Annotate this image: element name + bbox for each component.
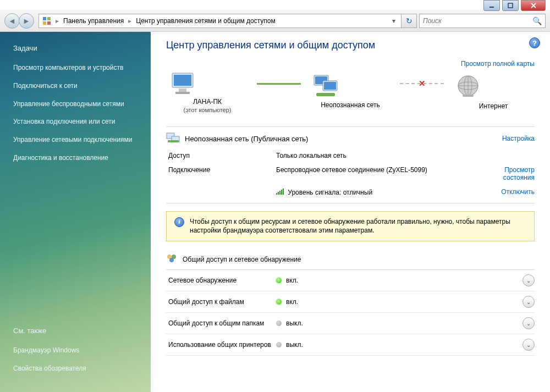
svg-rect-14 bbox=[316, 93, 335, 96]
status-led-icon bbox=[276, 278, 282, 283]
expand-button[interactable]: ⌄ bbox=[522, 274, 535, 286]
status-led-icon bbox=[276, 299, 282, 305]
node-this-pc: ЛАНА-ПК (этот компьютер) bbox=[169, 71, 246, 113]
sharing-row-status: вкл. bbox=[276, 277, 522, 284]
connection-value: Беспроводное сетевое соединение (ZyXEL-5… bbox=[276, 166, 480, 174]
connector-broken bbox=[400, 83, 444, 84]
access-label: Доступ bbox=[166, 152, 276, 159]
svg-rect-7 bbox=[174, 75, 191, 86]
status-led-icon bbox=[276, 321, 282, 326]
sidebar-item-manage-conn[interactable]: Управление сетевыми подключениями bbox=[0, 131, 151, 149]
svg-rect-2 bbox=[43, 17, 46, 20]
info-banner-text: Чтобы доступ к общим ресурсам и сетевое … bbox=[190, 217, 526, 236]
breadcrumb-sep: ▸ bbox=[56, 17, 59, 25]
sidebar-item-diagnose[interactable]: Диагностика и восстановление bbox=[0, 149, 151, 167]
connection-label: Подключение bbox=[166, 166, 276, 174]
search-icon: 🔍 bbox=[532, 16, 542, 25]
view-status-link[interactable]: Просмотр состояния bbox=[503, 166, 535, 181]
close-button[interactable] bbox=[521, 0, 546, 11]
globe-icon bbox=[455, 74, 481, 100]
node-internet-label: Интернет bbox=[455, 102, 532, 111]
svg-rect-21 bbox=[168, 140, 179, 142]
search-input[interactable] bbox=[423, 17, 532, 25]
network-section-title: Неопознанная сеть (Публичная сеть) bbox=[185, 135, 308, 143]
node-network-label: Неопознанная сеть bbox=[312, 101, 389, 110]
svg-rect-0 bbox=[490, 7, 494, 8]
breadcrumb: Панель управления ▸ Центр управления сет… bbox=[60, 16, 389, 26]
expand-button[interactable]: ⌄ bbox=[522, 296, 535, 308]
main-content: ? Центр управления сетями и общим доступ… bbox=[151, 32, 550, 392]
access-value: Только локальная сеть bbox=[276, 152, 480, 159]
help-icon[interactable]: ? bbox=[529, 37, 540, 48]
signal-value: Уровень сигнала: отличный bbox=[276, 188, 480, 196]
sidebar-item-connect[interactable]: Подключиться к сети bbox=[0, 77, 151, 95]
breadcrumb-sep: ▸ bbox=[128, 17, 131, 25]
sharing-row: Общий доступ к общим папкамвыкл.⌄ bbox=[166, 313, 535, 334]
customize-link[interactable]: Настройка bbox=[502, 135, 535, 142]
view-full-map-link[interactable]: Просмотр полной карты bbox=[461, 60, 535, 68]
sharing-heading-row: Общий доступ и сетевое обнаружение bbox=[166, 249, 535, 270]
address-dropdown[interactable]: ▾ bbox=[389, 17, 399, 25]
monitor-icon bbox=[169, 71, 196, 96]
sidebar-item-setup[interactable]: Установка подключения или сети bbox=[0, 113, 151, 131]
sharing-row-label: Использование общих принтеров bbox=[166, 341, 276, 349]
svg-rect-9 bbox=[175, 92, 190, 94]
node-network: Неопознанная сеть bbox=[312, 74, 389, 110]
sharing-row-label: Общий доступ к общим папкам bbox=[166, 319, 276, 327]
page-title: Центр управления сетями и общим доступом bbox=[166, 40, 535, 51]
svg-rect-13 bbox=[324, 82, 336, 90]
maximize-button[interactable] bbox=[502, 0, 519, 11]
network-status-icon bbox=[166, 132, 180, 145]
sidebar-seealso-heading: См. также bbox=[0, 324, 151, 341]
signal-icon bbox=[276, 188, 284, 195]
node-internet: Интернет bbox=[455, 74, 532, 111]
info-banner: i Чтобы доступ к общим ресурсам и сетево… bbox=[166, 211, 535, 242]
address-bar[interactable]: ▸ Панель управления ▸ Центр управления с… bbox=[38, 14, 402, 28]
sidebar-item-firewall[interactable]: Брандмауэр Windows bbox=[0, 341, 151, 360]
svg-rect-3 bbox=[47, 17, 51, 20]
svg-point-24 bbox=[169, 258, 174, 262]
sharing-row: Сетевое обнаружениевкл.⌄ bbox=[166, 270, 535, 291]
sharing-row: Общий доступ к файламвкл.⌄ bbox=[166, 291, 535, 313]
sidebar-item-wireless[interactable]: Управление беспроводными сетями bbox=[0, 95, 151, 113]
sidebar: Задачи Просмотр компьютеров и устройств … bbox=[0, 32, 151, 392]
sidebar-item-internet-options[interactable]: Свойства обозревателя bbox=[0, 360, 151, 378]
svg-rect-4 bbox=[43, 21, 46, 25]
breadcrumb-item[interactable]: Центр управления сетями и общим доступом bbox=[133, 16, 279, 26]
minimize-button[interactable] bbox=[483, 0, 500, 11]
sharing-heading: Общий доступ и сетевое обнаружение bbox=[183, 256, 301, 263]
toolbar: ◄ ► ▸ Панель управления ▸ Центр управлен… bbox=[0, 10, 550, 32]
breadcrumb-item[interactable]: Панель управления bbox=[60, 16, 127, 26]
sharing-row-status: вкл. bbox=[276, 298, 522, 306]
sharing-row-status: выкл. bbox=[276, 319, 522, 327]
status-led-icon bbox=[276, 342, 282, 347]
expand-button[interactable]: ⌄ bbox=[522, 317, 535, 329]
sharing-icon bbox=[166, 253, 177, 265]
network-icon bbox=[312, 74, 339, 99]
control-panel-icon bbox=[41, 15, 52, 26]
refresh-button[interactable]: ↻ bbox=[402, 14, 417, 28]
expand-button[interactable]: ⌄ bbox=[522, 339, 535, 351]
node-pc-sublabel: (этот компьютер) bbox=[169, 107, 246, 113]
sidebar-tasks-heading: Задачи bbox=[0, 42, 151, 59]
svg-rect-8 bbox=[179, 89, 186, 92]
network-map: ЛАНА-ПК (этот компьютер) Неопознанная се… bbox=[166, 71, 535, 113]
network-section-header: Неопознанная сеть (Публичная сеть) Настр… bbox=[166, 126, 535, 148]
connector-ok bbox=[257, 83, 301, 85]
back-button[interactable]: ◄ bbox=[4, 13, 20, 29]
sharing-row-label: Общий доступ к файлам bbox=[166, 298, 276, 306]
sharing-row: Использование общих принтероввыкл.⌄ bbox=[166, 334, 535, 356]
disconnect-link[interactable]: Отключить bbox=[501, 188, 535, 196]
svg-rect-18 bbox=[463, 95, 474, 97]
svg-rect-1 bbox=[508, 3, 513, 8]
forward-button[interactable]: ► bbox=[19, 13, 34, 29]
sharing-row-label: Сетевое обнаружение bbox=[166, 277, 276, 284]
node-pc-label: ЛАНА-ПК bbox=[169, 98, 246, 107]
search-box[interactable]: 🔍 bbox=[419, 14, 546, 28]
info-icon: i bbox=[174, 217, 184, 227]
sharing-row-status: выкл. bbox=[276, 341, 522, 349]
svg-rect-5 bbox=[47, 21, 51, 25]
sidebar-item-view-devices[interactable]: Просмотр компьютеров и устройств bbox=[0, 59, 151, 77]
